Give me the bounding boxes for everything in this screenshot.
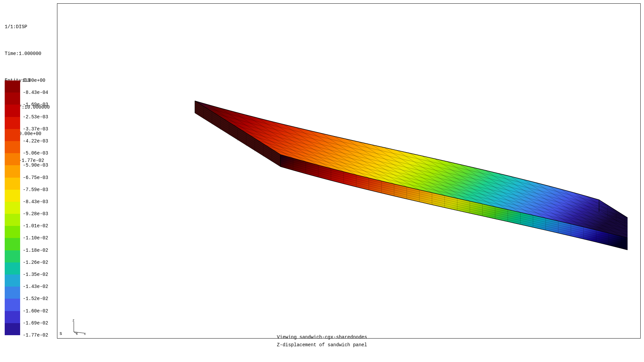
- legend-tick: -1.77e-02: [23, 333, 48, 338]
- legend-segment: [5, 299, 20, 311]
- legend-tick: -1.18e-02: [23, 248, 48, 253]
- legend-bar: [5, 80, 20, 335]
- legend-tick: -1.01e-02: [23, 223, 48, 229]
- info-step: 1/1:DISP: [5, 22, 50, 32]
- legend-tick: -1.43e-02: [23, 284, 48, 289]
- legend-tick: -4.22e-03: [23, 138, 48, 144]
- 3d-viewport[interactable]: s: [57, 3, 641, 339]
- legend-segment: [5, 262, 20, 275]
- legend-segment: [5, 80, 20, 93]
- legend-tick: -3.37e-03: [23, 126, 48, 132]
- legend-segment: [5, 165, 20, 177]
- legend-tick: -1.10e-02: [23, 235, 48, 241]
- legend-tick: -5.90e-03: [23, 163, 48, 168]
- legend-tick: -8.43e-03: [23, 199, 48, 204]
- legend-tick: -1.60e-02: [23, 308, 48, 314]
- info-time: Time:1.000000: [5, 49, 50, 58]
- legend-segment: [5, 93, 20, 105]
- legend-tick: -1.69e-03: [23, 102, 48, 107]
- legend-tick: -7.59e-03: [23, 187, 48, 192]
- legend-segment: [5, 141, 20, 153]
- viewport-footer: Viewing sandwich-cgx-sharednodes Z-displ…: [277, 334, 367, 349]
- legend-segment: [5, 287, 20, 299]
- legend-tick: -5.06e-03: [23, 150, 48, 156]
- legend-tick: -6.75e-03: [23, 175, 48, 180]
- legend-segment: [5, 226, 20, 238]
- legend-segment: [5, 202, 20, 214]
- footer-line2: Z-displacement of sandwich panel: [277, 341, 367, 349]
- legend-segment: [5, 275, 20, 287]
- legend-tick: -1.69e-02: [23, 320, 48, 326]
- legend-segment: [5, 153, 20, 165]
- legend-tick: 0.00e+00: [23, 78, 45, 83]
- legend-segment: [5, 105, 20, 117]
- fem-mesh[interactable]: [165, 87, 628, 262]
- legend-segment: [5, 214, 20, 226]
- legend-tick: -1.35e-02: [23, 272, 48, 277]
- legend-segment: [5, 129, 20, 141]
- legend-segment: [5, 117, 20, 129]
- legend-segment: [5, 311, 20, 323]
- legend-segment: [5, 178, 20, 190]
- footer-line1: Viewing sandwich-cgx-sharednodes: [277, 334, 367, 341]
- legend-tick: -2.53e-03: [23, 114, 48, 120]
- legend-segment: [5, 190, 20, 202]
- legend-tick: -9.28e-03: [23, 211, 48, 217]
- legend-segment: [5, 238, 20, 250]
- origin-label: s: [59, 331, 62, 336]
- legend-tick: -1.26e-02: [23, 260, 48, 265]
- legend-segment: [5, 250, 20, 262]
- legend-tick: -1.52e-02: [23, 296, 48, 301]
- legend-segment: [5, 323, 20, 335]
- legend-tick: -8.43e-04: [23, 90, 48, 95]
